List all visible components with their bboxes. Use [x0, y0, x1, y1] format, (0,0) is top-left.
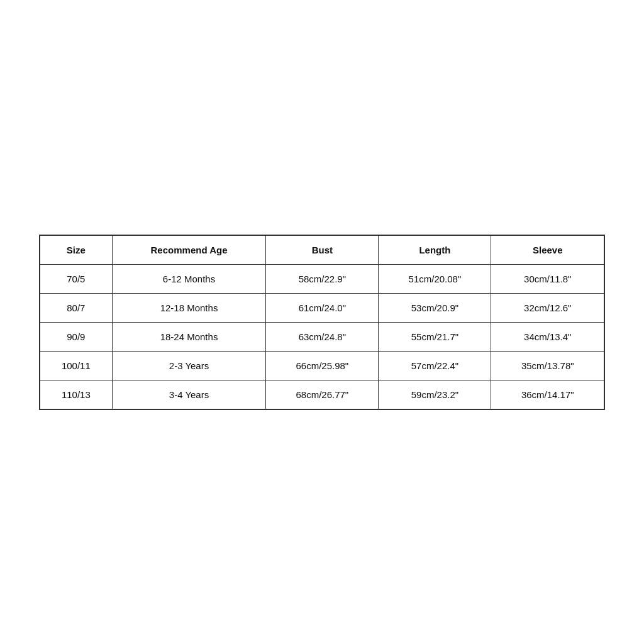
cell-length: 57cm/22.4"	[379, 351, 491, 380]
cell-bust: 66cm/25.98"	[266, 351, 379, 380]
cell-age: 6-12 Months	[112, 264, 266, 293]
cell-bust: 68cm/26.77"	[266, 380, 379, 409]
header-recommend-age: Recommend Age	[112, 235, 266, 265]
size-chart-table: Size Recommend Age Bust Length Sleeve 70…	[39, 235, 605, 410]
table-row: 70/56-12 Months58cm/22.9"51cm/20.08"30cm…	[40, 264, 604, 293]
cell-length: 55cm/21.7"	[379, 322, 491, 351]
cell-bust: 61cm/24.0"	[266, 293, 379, 322]
cell-sleeve: 35cm/13.78"	[491, 351, 604, 380]
size-chart-container: Size Recommend Age Bust Length Sleeve 70…	[39, 235, 605, 410]
header-length: Length	[379, 235, 491, 265]
cell-sleeve: 34cm/13.4"	[491, 322, 604, 351]
cell-length: 59cm/23.2"	[379, 380, 491, 409]
cell-size: 80/7	[40, 293, 112, 322]
table-row: 110/133-4 Years68cm/26.77"59cm/23.2"36cm…	[40, 380, 604, 409]
cell-bust: 58cm/22.9"	[266, 264, 379, 293]
table-row: 80/712-18 Months61cm/24.0"53cm/20.9"32cm…	[40, 293, 604, 322]
cell-size: 100/11	[40, 351, 112, 380]
cell-size: 90/9	[40, 322, 112, 351]
header-sleeve: Sleeve	[491, 235, 604, 265]
table-row: 90/918-24 Months63cm/24.8"55cm/21.7"34cm…	[40, 322, 604, 351]
cell-size: 70/5	[40, 264, 112, 293]
cell-sleeve: 32cm/12.6"	[491, 293, 604, 322]
header-size: Size	[40, 235, 112, 265]
cell-bust: 63cm/24.8"	[266, 322, 379, 351]
cell-length: 53cm/20.9"	[379, 293, 491, 322]
cell-age: 12-18 Months	[112, 293, 266, 322]
cell-sleeve: 30cm/11.8"	[491, 264, 604, 293]
cell-age: 18-24 Months	[112, 322, 266, 351]
cell-size: 110/13	[40, 380, 112, 409]
cell-age: 3-4 Years	[112, 380, 266, 409]
table-row: 100/112-3 Years66cm/25.98"57cm/22.4"35cm…	[40, 351, 604, 380]
header-bust: Bust	[266, 235, 379, 265]
cell-sleeve: 36cm/14.17"	[491, 380, 604, 409]
table-header-row: Size Recommend Age Bust Length Sleeve	[40, 235, 604, 265]
cell-length: 51cm/20.08"	[379, 264, 491, 293]
cell-age: 2-3 Years	[112, 351, 266, 380]
